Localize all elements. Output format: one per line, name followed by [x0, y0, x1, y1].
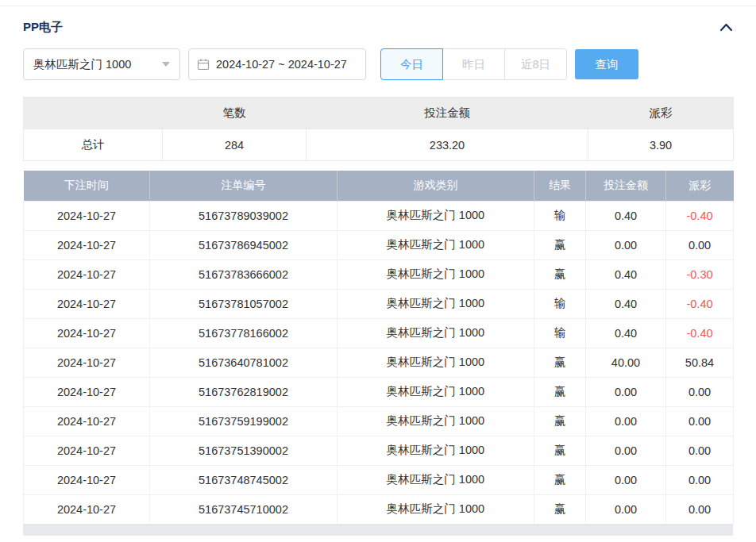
cell-order-id: 51673745710002: [150, 494, 338, 524]
date-range-value: 2024-10-27 ~ 2024-10-27: [216, 58, 347, 71]
cell-payout: -0.40: [666, 318, 734, 348]
collapse-panel-button[interactable]: [719, 23, 733, 32]
cell-result: 赢: [534, 465, 586, 494]
date-range-picker[interactable]: 2024-10-27 ~ 2024-10-27: [188, 48, 366, 80]
cell-game-type: 奥林匹斯之门 1000: [338, 318, 534, 348]
table-row: 2024-10-2751673745710002奥林匹斯之门 1000赢0.00…: [24, 494, 734, 524]
summary-header-empty: [24, 98, 163, 129]
page-title: PP电子: [23, 20, 63, 35]
cell-result: 输: [534, 289, 586, 318]
cell-bet-amount: 0.00: [586, 377, 666, 406]
cell-result: 赢: [534, 436, 586, 465]
cell-bet-time: 2024-10-27: [24, 465, 150, 494]
cell-result: 输: [534, 318, 586, 348]
cell-game-type: 奥林匹斯之门 1000: [338, 259, 534, 289]
bets-table: 下注时间注单编号游戏类别结果投注金额派彩 2024-10-27516737890…: [23, 171, 734, 525]
top-divider: [0, 0, 756, 6]
cell-game-type: 奥林匹斯之门 1000: [338, 494, 534, 524]
cell-order-id: 51673640781002: [150, 348, 338, 377]
game-select[interactable]: 奥林匹斯之门 1000: [23, 48, 180, 80]
table-row: 2024-10-2751673789039002奥林匹斯之门 1000输0.40…: [24, 201, 734, 230]
filter-bar: 奥林匹斯之门 1000 2024-10-27 ~ 2024-10-27 今日昨日…: [23, 48, 733, 80]
summary-total-row: 总计 284 233.20 3.90: [24, 129, 734, 161]
cell-bet-amount: 0.00: [586, 494, 666, 524]
cell-game-type: 奥林匹斯之门 1000: [338, 230, 534, 259]
cell-payout: 0.00: [666, 406, 734, 436]
cell-bet-amount: 0.40: [586, 289, 666, 318]
quick-filter-last8days[interactable]: 近8日: [504, 48, 567, 80]
cell-result: 赢: [534, 377, 586, 406]
cell-payout: 0.00: [666, 465, 734, 494]
cell-bet-time: 2024-10-27: [24, 436, 150, 465]
quick-filter-yesterday[interactable]: 昨日: [442, 48, 505, 80]
cell-order-id: 51673762819002: [150, 377, 338, 406]
summary-total-payout: 3.90: [588, 129, 734, 161]
cell-payout: 50.84: [666, 348, 734, 377]
cell-payout: -0.30: [666, 259, 734, 289]
cell-order-id: 51673778166002: [150, 318, 338, 348]
cell-bet-time: 2024-10-27: [24, 318, 150, 348]
cell-bet-amount: 0.00: [586, 230, 666, 259]
cell-bet-time: 2024-10-27: [24, 230, 150, 259]
cell-bet-amount: 0.40: [586, 318, 666, 348]
quick-filter-group: 今日昨日近8日: [380, 48, 567, 80]
cell-payout: 0.00: [666, 436, 734, 465]
cell-result: 赢: [534, 494, 586, 524]
cell-bet-time: 2024-10-27: [24, 289, 150, 318]
pp-slots-panel: PP电子 奥林匹斯之门 1000 2024-10-27 ~ 2024-10-27…: [0, 18, 756, 536]
game-select-value: 奥林匹斯之门 1000: [33, 57, 131, 72]
table-row: 2024-10-2751673759199002奥林匹斯之门 1000赢0.00…: [24, 406, 734, 436]
quick-filter-today[interactable]: 今日: [380, 48, 443, 80]
table-row: 2024-10-2751673751390002奥林匹斯之门 1000赢0.00…: [24, 436, 734, 465]
query-button[interactable]: 查询: [575, 49, 638, 79]
column-header-bet-amount: 投注金额: [586, 171, 666, 201]
cell-payout: -0.40: [666, 201, 734, 230]
cell-result: 赢: [534, 348, 586, 377]
cell-payout: -0.40: [666, 289, 734, 318]
cell-bet-time: 2024-10-27: [24, 494, 150, 524]
column-header-game-type: 游戏类别: [338, 171, 534, 201]
cell-game-type: 奥林匹斯之门 1000: [338, 201, 534, 230]
cell-bet-amount: 0.00: [586, 465, 666, 494]
table-row: 2024-10-2751673786945002奥林匹斯之门 1000赢0.00…: [24, 230, 734, 259]
summary-header-count: 笔数: [163, 98, 307, 129]
table-row: 2024-10-2751673762819002奥林匹斯之门 1000赢0.00…: [24, 377, 734, 406]
summary-header-payout: 派彩: [588, 98, 734, 129]
cell-bet-amount: 40.00: [586, 348, 666, 377]
summary-total-label: 总计: [24, 129, 163, 161]
cell-result: 赢: [534, 230, 586, 259]
cell-bet-amount: 0.40: [586, 201, 666, 230]
cell-order-id: 51673789039002: [150, 201, 338, 230]
cell-order-id: 51673781057002: [150, 289, 338, 318]
cell-game-type: 奥林匹斯之门 1000: [338, 436, 534, 465]
cell-result: 赢: [534, 406, 586, 436]
summary-total-bet-amount: 233.20: [307, 129, 588, 161]
cell-game-type: 奥林匹斯之门 1000: [338, 348, 534, 377]
panel-header: PP电子: [23, 18, 733, 36]
cell-order-id: 51673783666002: [150, 259, 338, 289]
cell-game-type: 奥林匹斯之门 1000: [338, 406, 534, 436]
cell-payout: 0.00: [666, 230, 734, 259]
cell-order-id: 51673786945002: [150, 230, 338, 259]
column-header-order-id: 注单编号: [150, 171, 338, 201]
cell-bet-time: 2024-10-27: [24, 201, 150, 230]
bets-header-row: 下注时间注单编号游戏类别结果投注金额派彩: [24, 171, 734, 201]
cell-game-type: 奥林匹斯之门 1000: [338, 289, 534, 318]
cell-bet-amount: 0.00: [586, 436, 666, 465]
table-row: 2024-10-2751673783666002奥林匹斯之门 1000赢0.40…: [24, 259, 734, 289]
cell-bet-time: 2024-10-27: [24, 406, 150, 436]
summary-header-bet-amount: 投注金额: [307, 98, 588, 129]
cell-game-type: 奥林匹斯之门 1000: [338, 377, 534, 406]
column-header-result: 结果: [534, 171, 586, 201]
cell-bet-time: 2024-10-27: [24, 259, 150, 289]
calendar-icon: [197, 58, 210, 71]
cell-game-type: 奥林匹斯之门 1000: [338, 465, 534, 494]
cell-payout: 0.00: [666, 494, 734, 524]
summary-total-count: 284: [163, 129, 307, 161]
bets-table-body: 2024-10-2751673789039002奥林匹斯之门 1000输0.40…: [24, 201, 734, 524]
cell-order-id: 51673751390002: [150, 436, 338, 465]
cell-order-id: 51673759199002: [150, 406, 338, 436]
cell-payout: 0.00: [666, 377, 734, 406]
cell-bet-time: 2024-10-27: [24, 377, 150, 406]
column-header-bet-time: 下注时间: [24, 171, 150, 201]
